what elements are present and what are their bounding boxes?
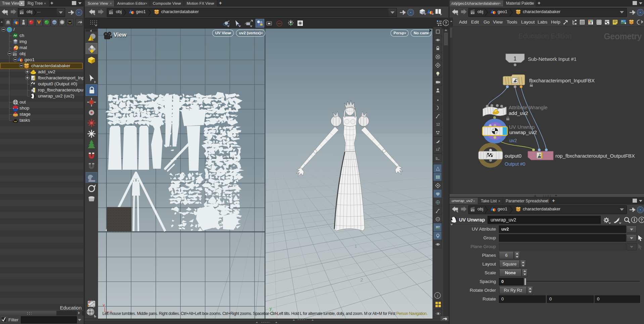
svg-text:y: y xyxy=(270,306,272,311)
svg-text:unwrap_uv2: unwrap_uv2 xyxy=(509,129,537,135)
svg-text:12: 12 xyxy=(436,148,439,151)
svg-text:add_uv2: add_uv2 xyxy=(509,110,528,116)
svg-text:Attribute Wrangle: Attribute Wrangle xyxy=(509,105,548,110)
svg-text:rop_fbxcharacteroutput_OutputF: rop_fbxcharacteroutput_OutputFBX xyxy=(555,153,635,159)
svg-text:12: 12 xyxy=(436,123,440,126)
svg-text:?: ? xyxy=(640,218,643,222)
svg-text:1: 1 xyxy=(355,244,357,249)
svg-text:fbxcharacterimport_InputFBX: fbxcharacterimport_InputFBX xyxy=(529,78,595,83)
svg-text:Output #0: Output #0 xyxy=(505,161,525,167)
svg-text:2: 2 xyxy=(360,277,363,283)
svg-text:?: ? xyxy=(445,21,447,26)
svg-text:Sub-Network Input #1: Sub-Network Input #1 xyxy=(528,56,577,62)
svg-text:1: 1 xyxy=(514,56,517,62)
svg-text:uv2: uv2 xyxy=(509,138,517,143)
svg-text:v: v xyxy=(103,303,105,308)
svg-text:i: i xyxy=(437,293,438,298)
svg-text:output0: output0 xyxy=(505,153,521,159)
svg-text:UV Unwrap: UV Unwrap xyxy=(509,124,535,130)
